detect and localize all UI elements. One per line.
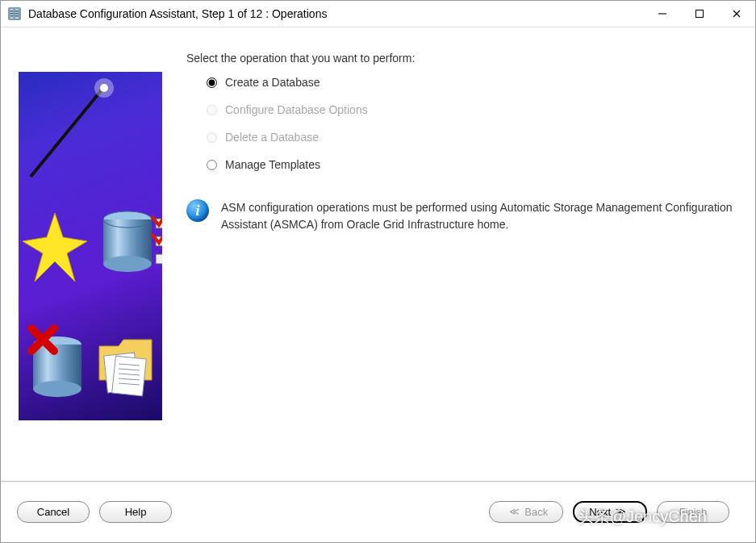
svg-point-15 xyxy=(94,78,114,98)
svg-rect-4 xyxy=(10,13,14,15)
radio-input-delete xyxy=(207,132,217,143)
button-label: Finish xyxy=(679,506,708,518)
wizard-sidebar-image xyxy=(19,72,162,420)
svg-marker-16 xyxy=(23,213,87,282)
svg-line-13 xyxy=(31,88,103,177)
radio-input-configure xyxy=(207,105,217,115)
radio-delete-database: Delete a Database xyxy=(207,131,739,144)
radio-input-create[interactable] xyxy=(207,77,217,88)
radio-label: Configure Database Options xyxy=(225,103,368,116)
svg-point-26 xyxy=(33,381,81,397)
svg-rect-6 xyxy=(15,10,19,12)
help-button[interactable]: Help xyxy=(99,501,172,523)
svg-rect-3 xyxy=(10,10,14,12)
back-button: ≪ Back xyxy=(489,501,563,523)
svg-rect-8 xyxy=(15,15,19,17)
operation-options: Create a Database Configure Database Opt… xyxy=(207,76,739,171)
main-panel: Select the operation that you want to pe… xyxy=(186,52,739,466)
radio-label: Delete a Database xyxy=(225,131,319,144)
svg-rect-7 xyxy=(15,13,19,15)
radio-label: Create a Database xyxy=(225,76,320,89)
titlebar: Database Configuration Assistant, Step 1… xyxy=(1,1,755,27)
radio-manage-templates[interactable]: Manage Templates xyxy=(207,158,739,171)
chevron-right-icon: ≫ xyxy=(616,506,626,517)
chevron-left-icon: ≪ xyxy=(509,506,520,517)
svg-rect-30 xyxy=(112,356,147,396)
cancel-button[interactable]: Cancel xyxy=(17,501,90,523)
footer: Cancel Help ≪ Back Next ≫ Finish xyxy=(1,481,755,542)
close-button[interactable] xyxy=(718,1,755,27)
radio-input-templates[interactable] xyxy=(207,160,217,170)
button-label: Back xyxy=(524,506,548,518)
radio-configure-database: Configure Database Options xyxy=(207,103,739,116)
finish-button: Finish xyxy=(657,501,729,523)
svg-rect-23 xyxy=(156,254,162,264)
button-label: Cancel xyxy=(37,506,69,518)
minimize-button[interactable] xyxy=(644,1,681,27)
prompt-text: Select the operation that you want to pe… xyxy=(186,52,739,65)
info-box: i ASM configuration operations must be p… xyxy=(186,199,739,233)
info-text: ASM configuration operations must be per… xyxy=(221,199,737,233)
info-icon: i xyxy=(186,199,209,222)
button-label: Help xyxy=(125,506,147,518)
app-icon xyxy=(7,6,22,21)
svg-rect-0 xyxy=(8,7,21,20)
button-label: Next xyxy=(589,506,611,518)
content-area: Select the operation that you want to pe… xyxy=(1,27,755,482)
svg-rect-5 xyxy=(10,15,14,17)
maximize-button[interactable] xyxy=(681,1,718,27)
window-controls xyxy=(644,1,755,27)
next-button[interactable]: Next ≫ xyxy=(573,501,647,523)
radio-create-database[interactable]: Create a Database xyxy=(207,76,739,89)
svg-point-19 xyxy=(103,256,152,272)
window-title: Database Configuration Assistant, Step 1… xyxy=(28,7,644,20)
svg-rect-10 xyxy=(696,10,704,18)
radio-label: Manage Templates xyxy=(225,158,320,171)
